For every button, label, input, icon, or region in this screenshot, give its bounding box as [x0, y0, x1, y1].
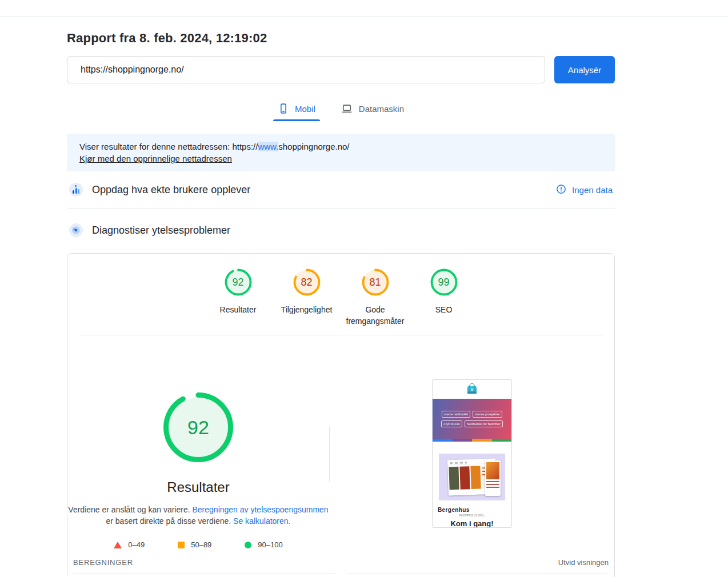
performance-summary: 92 Resultater Verdiene er anslått og kan… — [67, 335, 329, 549]
seo-score-gauge: 99 — [430, 269, 458, 296]
red-triangle-icon — [114, 542, 122, 548]
report-title: Rapport fra 8. feb. 2024, 12:19:02 — [67, 31, 615, 46]
url-form: Analysér — [67, 56, 615, 83]
performance-main-gauge: 92 — [161, 390, 235, 464]
score-calculation-link[interactable]: Beregningen av ytelsespoengsummen — [192, 505, 328, 514]
category-best-practices[interactable]: 81 Gode fremgangsmåter — [341, 269, 410, 327]
expand-view-button[interactable]: Utvid visningen — [558, 558, 609, 567]
category-label: SEO — [435, 304, 453, 315]
performance-detail: 92 Resultater Verdiene er anslått og kan… — [67, 335, 614, 549]
top-bar — [0, 0, 728, 17]
lab-title: Diagnostiser ytelsesproblemer — [92, 225, 230, 237]
www-highlight: www. — [258, 142, 278, 151]
legend-fail: 0–49 — [114, 540, 145, 549]
metrics-list: First Contentful Paint Largest Contentfu… — [73, 574, 609, 577]
report-page: Rapport fra 8. feb. 2024, 12:19:02 Analy… — [67, 31, 615, 577]
redirect-banner-text: Viser resultater for denne nettadressen:… — [79, 141, 602, 153]
thumbnail-hero-banner: starte nettbutikk større prosjekter Flyt… — [433, 399, 511, 439]
shopping-bag-icon: S — [467, 386, 477, 394]
calculator-link[interactable]: Se kalkulatoren. — [233, 516, 290, 526]
tab-mobile[interactable]: Mobil — [273, 98, 320, 121]
best-practices-score-gauge: 81 — [362, 269, 389, 296]
metrics-column-right: Largest Contentful Paint — [347, 574, 609, 577]
legend-average: 50–89 — [178, 540, 211, 549]
tab-mobile-label: Mobil — [295, 104, 315, 114]
category-performance[interactable]: 92 Resultater — [204, 269, 273, 327]
original-url-link[interactable]: Kjør med den opprinnelige nettadressen — [79, 154, 232, 163]
tab-desktop[interactable]: Datamaskin — [336, 98, 409, 121]
metrics-heading: BEREGNINGER — [73, 558, 133, 567]
speedometer-icon — [69, 223, 83, 237]
legend-good: 90–100 — [245, 540, 282, 549]
orange-square-icon — [178, 542, 185, 548]
thumbnail-price-line: FASTPRIS 10 000,- — [438, 514, 505, 516]
mobile-phone-icon — [278, 103, 289, 114]
thumbnail-portfolio-image — [439, 454, 505, 500]
metrics-column-left: First Contentful Paint — [73, 574, 335, 577]
thumbnail-chip: større prosjekter — [473, 411, 502, 418]
score-disclaimer: Verdiene er anslått og kan variere. Bere… — [64, 504, 333, 527]
thumbnail-chip: Flytt til oss — [441, 420, 462, 427]
field-data-title: Oppdag hva ekte brukere opplever — [92, 184, 250, 196]
performance-heading: Resultater — [167, 479, 229, 495]
thumbnail-store-name: Bergenhus — [438, 507, 511, 513]
performance-score-gauge: 92 — [225, 269, 252, 296]
category-label: Tilgjengelighet — [281, 304, 333, 315]
category-scores: 92 Resultater 82 Tilgjengelighet 81 Gode… — [67, 254, 614, 334]
redirect-banner: Viser resultater for denne nettadressen:… — [67, 134, 615, 171]
info-icon — [556, 184, 566, 196]
green-circle-icon — [245, 542, 251, 548]
category-label: Resultater — [220, 304, 257, 315]
diagnostics-card: 92 Resultater 82 Tilgjengelighet 81 Gode… — [67, 253, 615, 577]
no-data-label: Ingen data — [572, 185, 613, 195]
accessibility-score-gauge: 82 — [293, 269, 321, 296]
url-input[interactable] — [67, 56, 545, 83]
category-label: Gode fremgangsmåter — [341, 304, 410, 327]
analyze-button[interactable]: Analysér — [554, 56, 615, 83]
laptop-icon — [341, 103, 353, 114]
lab-section-header: Diagnostiser ytelsesproblemer — [67, 209, 615, 249]
thumbnail-chip: Nettbutikk for bedrifter — [465, 420, 503, 427]
score-legend: 0–49 50–89 90–100 — [114, 540, 282, 549]
thumbnail-color-stripe — [433, 439, 511, 442]
thumbnail-cta: Kom i gang! — [433, 519, 511, 528]
tab-desktop-label: Datamaskin — [359, 104, 404, 114]
screenshot-panel: S starte nettbutikk større prosjekter Fl… — [330, 335, 614, 549]
metrics-header: BEREGNINGER Utvid visningen — [73, 558, 609, 567]
page-screenshot-thumbnail[interactable]: S starte nettbutikk større prosjekter Fl… — [432, 379, 512, 528]
device-tabs: Mobil Datamaskin — [67, 98, 615, 121]
thumbnail-chip: starte nettbutikk — [442, 411, 470, 418]
category-accessibility[interactable]: 82 Tilgjengelighet — [273, 269, 341, 327]
category-seo[interactable]: 99 SEO — [410, 269, 478, 327]
no-data-status[interactable]: Ingen data — [556, 184, 613, 196]
field-data-section-header: Oppdag hva ekte brukere opplever Ingen d… — [67, 171, 615, 208]
real-users-icon — [69, 183, 83, 197]
